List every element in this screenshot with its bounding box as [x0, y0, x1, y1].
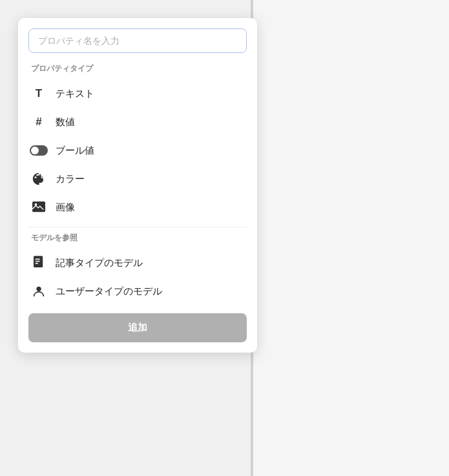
property-type-section-label: プロパティタイプ	[28, 63, 247, 74]
menu-item-text-label: テキスト	[56, 88, 94, 100]
property-name-input[interactable]	[28, 28, 247, 53]
text-icon: T	[31, 86, 47, 101]
menu-item-user-model[interactable]: ユーザータイプのモデル	[28, 277, 247, 305]
search-input-wrapper	[28, 28, 247, 53]
menu-item-number[interactable]: # 数値	[28, 108, 247, 136]
menu-item-number-label: 数値	[56, 116, 75, 129]
svg-point-1	[35, 203, 37, 206]
model-reference-section-label: モデルを参照	[28, 233, 247, 243]
menu-item-image[interactable]: 画像	[28, 193, 247, 222]
menu-item-color[interactable]: カラー	[28, 165, 247, 193]
menu-item-text[interactable]: T テキスト	[28, 79, 247, 108]
document-icon	[31, 255, 47, 271]
menu-item-article-model[interactable]: 記事タイプのモデル	[28, 249, 247, 277]
section-divider	[28, 227, 247, 227]
menu-item-color-label: カラー	[56, 173, 85, 185]
menu-item-user-model-label: ユーザータイプのモデル	[56, 285, 162, 298]
menu-item-article-model-label: 記事タイプのモデル	[56, 257, 143, 269]
dropdown-panel: プロパティタイプ T テキスト # 数値 ブール値 カラー	[18, 18, 257, 353]
palette-icon	[31, 171, 47, 187]
right-panel: Dummy Ima Cover + プロパティを追加	[252, 0, 449, 476]
menu-item-image-label: 画像	[56, 202, 75, 214]
hash-icon: #	[31, 114, 47, 130]
menu-item-boolean[interactable]: ブール値	[28, 136, 247, 165]
svg-rect-6	[36, 263, 39, 264]
image-icon	[31, 200, 47, 215]
toggle-icon	[31, 143, 47, 158]
svg-rect-4	[36, 259, 40, 260]
menu-item-boolean-label: ブール値	[56, 145, 94, 157]
person-icon	[31, 284, 47, 299]
svg-point-7	[36, 287, 41, 291]
svg-rect-5	[36, 261, 40, 262]
add-button[interactable]: 追加	[28, 313, 247, 342]
